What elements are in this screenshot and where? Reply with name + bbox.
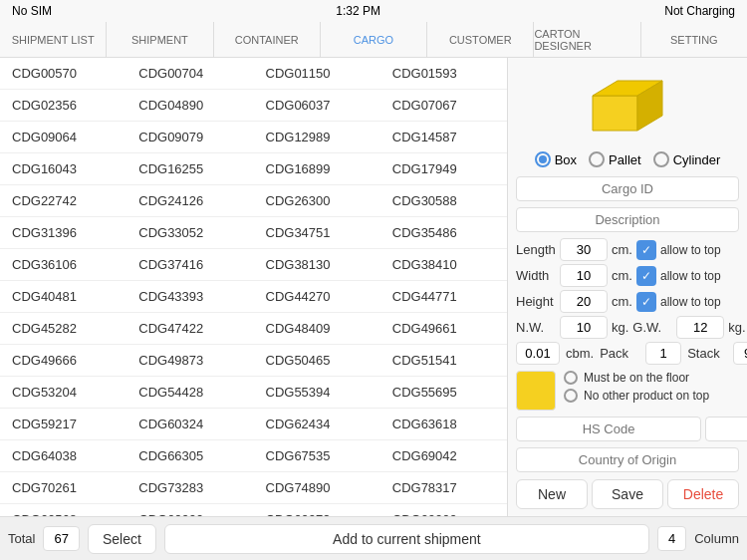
nw-input[interactable]	[560, 316, 608, 339]
table-row[interactable]: CDG49666CDG49873CDG50465CDG51541	[0, 345, 507, 377]
tab-customer[interactable]: CUSTOMER	[427, 22, 534, 57]
table-cell: CDG16043	[0, 153, 126, 184]
length-allow-checkbox[interactable]: ✓	[636, 240, 656, 260]
no-other-product-radio[interactable]	[564, 389, 578, 403]
stack-input[interactable]	[733, 342, 747, 365]
table-row[interactable]: CDG64038CDG66305CDG67535CDG69042	[0, 440, 507, 472]
save-button[interactable]: Save	[592, 479, 663, 509]
table-cell: CDG06037	[254, 90, 380, 121]
height-input[interactable]	[560, 290, 608, 313]
description-input[interactable]	[516, 207, 739, 232]
width-allow-checkbox[interactable]: ✓	[636, 266, 656, 286]
cargo-id-input[interactable]	[516, 176, 739, 201]
shape-cylinder-label: Cylinder	[673, 152, 721, 167]
table-cell: CDG14587	[380, 122, 507, 152]
tab-container[interactable]: CONTAINER	[214, 22, 321, 57]
table-cell: CDG78317	[380, 472, 507, 503]
table-row[interactable]: CDG16043CDG16255CDG16899CDG17949	[0, 153, 507, 185]
must-be-floor-row[interactable]: Must be on the floor	[564, 371, 709, 385]
table-row[interactable]: CDG45282CDG47422CDG48409CDG49661	[0, 313, 507, 345]
select-button[interactable]: Select	[88, 524, 156, 554]
shape-box-radio[interactable]	[535, 151, 551, 167]
shape-selector: Box Pallet Cylinder	[516, 151, 739, 167]
table-row[interactable]: CDG02356CDG04890CDG06037CDG07067	[0, 90, 507, 122]
gw-label: G.W.	[632, 320, 672, 335]
table-cell: CDG50465	[254, 345, 380, 376]
shape-pallet-label: Pallet	[609, 152, 641, 167]
must-be-floor-label: Must be on the floor	[584, 371, 689, 385]
width-allow-label: allow to top	[660, 269, 721, 283]
no-other-product-row[interactable]: No other product on top	[564, 389, 709, 403]
pack-label: Pack	[600, 346, 639, 361]
add-to-shipment-button[interactable]: Add to current shipment	[164, 524, 649, 554]
shape-cylinder-option[interactable]: Cylinder	[653, 151, 721, 167]
table-row[interactable]: CDG53204CDG54428CDG55394CDG55695	[0, 377, 507, 409]
nw-label: N.W.	[516, 320, 556, 335]
hs-code-input[interactable]	[516, 417, 701, 441]
table-row[interactable]: CDG00568CDG00000CDG00073CDG00000	[0, 504, 507, 516]
shape-cylinder-radio[interactable]	[653, 151, 669, 167]
cbm-input[interactable]	[516, 342, 560, 365]
table-cell: CDG40481	[0, 281, 126, 312]
status-bar: No SIM 1:32 PM Not Charging	[0, 0, 747, 22]
length-allow-label: allow to top	[660, 243, 721, 257]
tab-shipment-list[interactable]: SHIPMENT LIST	[0, 22, 107, 57]
new-button[interactable]: New	[516, 479, 588, 509]
table-row[interactable]: CDG31396CDG33052CDG34751CDG35486	[0, 217, 507, 249]
shape-box-option[interactable]: Box	[535, 151, 577, 167]
width-input[interactable]	[560, 264, 608, 287]
table-cell: CDG59217	[0, 409, 126, 439]
height-unit: cm.	[612, 294, 632, 309]
table-row[interactable]: CDG00570CDG00704CDG01150CDG01593	[0, 58, 507, 90]
unit-input[interactable]	[705, 417, 747, 441]
table-cell: CDG49666	[0, 345, 126, 376]
length-input[interactable]	[560, 238, 608, 261]
tab-setting[interactable]: SETTING	[641, 22, 747, 57]
table-cell: CDG24126	[126, 185, 253, 216]
table-row[interactable]: CDG36106CDG37416CDG38130CDG38410	[0, 249, 507, 281]
table-cell: CDG55394	[254, 377, 380, 408]
table-row[interactable]: CDG09064CDG09079CDG12989CDG14587	[0, 122, 507, 153]
nw-unit: kg.	[612, 320, 628, 335]
country-of-origin-input[interactable]	[516, 447, 739, 472]
shape-pallet-radio[interactable]	[589, 151, 605, 167]
height-allow-checkbox[interactable]: ✓	[636, 292, 656, 312]
tab-cargo[interactable]: CARGO	[321, 22, 427, 57]
cbm-label: cbm.	[566, 346, 594, 361]
table-cell: CDG00000	[380, 504, 507, 516]
table-row[interactable]: CDG22742CDG24126CDG26300CDG30588	[0, 185, 507, 217]
options-row: Must be on the floor No other product on…	[516, 371, 739, 411]
table-cell: CDG07067	[380, 90, 507, 121]
color-swatch[interactable]	[516, 371, 556, 411]
table-cell: CDG26300	[254, 185, 380, 216]
table-cell: CDG22742	[0, 185, 126, 216]
table-row[interactable]: CDG40481CDG43393CDG44270CDG44771	[0, 281, 507, 313]
pack-input[interactable]	[645, 342, 681, 365]
width-unit: cm.	[612, 268, 632, 283]
table-row[interactable]: CDG59217CDG60324CDG62434CDG63618	[0, 409, 507, 440]
table-cell: CDG74890	[254, 472, 380, 503]
bottom-toolbar: Total 67 Select Add to current shipment …	[0, 516, 747, 560]
stack-label: Stack	[687, 346, 727, 361]
table-row[interactable]: CDG70261CDG73283CDG74890CDG78317	[0, 472, 507, 504]
tab-carton-designer[interactable]: CARTON DESIGNER	[534, 22, 640, 57]
gw-unit: kg.	[728, 320, 745, 335]
must-be-floor-radio[interactable]	[564, 371, 578, 385]
gw-input[interactable]	[676, 316, 724, 339]
cargo-detail-panel: Box Pallet Cylinder Length cm. ✓ allow t…	[508, 58, 747, 516]
shape-pallet-option[interactable]: Pallet	[589, 151, 641, 167]
hs-code-row	[516, 417, 739, 441]
table-cell: CDG30588	[380, 185, 507, 216]
delete-button[interactable]: Delete	[667, 479, 739, 509]
table-cell: CDG70261	[0, 472, 126, 503]
length-label: Length	[516, 242, 556, 257]
width-row: Width cm. ✓ allow to top	[516, 264, 739, 287]
tab-shipment[interactable]: SHIPMENT	[107, 22, 213, 57]
nav-tabs: SHIPMENT LIST SHIPMENT CONTAINER CARGO C…	[0, 22, 747, 58]
table-cell: CDG00073	[254, 504, 380, 516]
height-row: Height cm. ✓ allow to top	[516, 290, 739, 313]
cargo-list[interactable]: CDG00570CDG00704CDG01150CDG01593CDG02356…	[0, 58, 508, 516]
table-cell: CDG44270	[254, 281, 380, 312]
table-cell: CDG73283	[126, 472, 253, 503]
table-cell: CDG02356	[0, 90, 126, 121]
